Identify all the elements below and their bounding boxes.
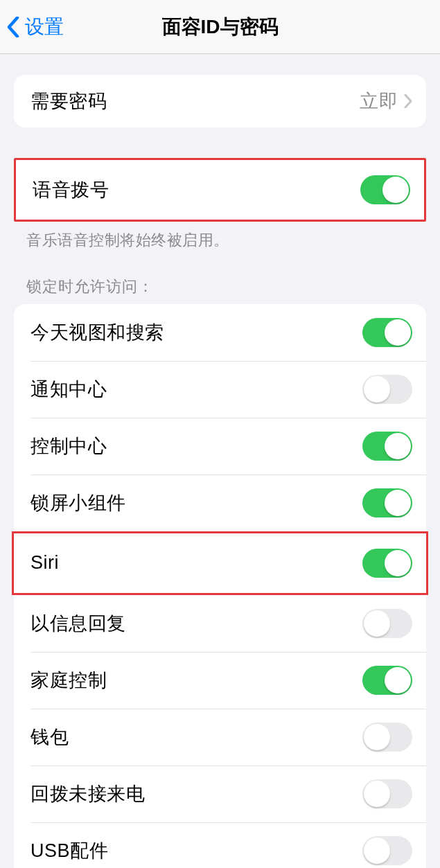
voice-dial-toggle[interactable]	[360, 175, 410, 204]
navbar: 设置 面容ID与密码	[0, 0, 440, 54]
voice-dial-row: 语音拨号	[16, 160, 424, 220]
lock-item-label: 回拨未接来电	[30, 781, 145, 806]
lock-item-label: USB配件	[30, 838, 108, 863]
lock-item-toggle[interactable]	[362, 432, 412, 461]
page-title: 面容ID与密码	[162, 14, 279, 40]
require-passcode-row[interactable]: 需要密码 立即	[14, 75, 426, 127]
lock-item-toggle[interactable]	[362, 609, 412, 638]
lock-item-label: 通知中心	[30, 377, 107, 402]
lock-section-header: 锁定时允许访问：	[0, 276, 440, 304]
voice-dial-highlight: 语音拨号	[14, 158, 426, 222]
lock-item-row: 今天视图和搜索	[14, 304, 426, 361]
lock-item-label: 控制中心	[30, 434, 107, 459]
lock-item-row: 通知中心	[14, 361, 426, 418]
lock-item-row: 回拨未接来电	[14, 765, 426, 822]
lock-item-toggle[interactable]	[362, 666, 412, 695]
lock-item-label: 以信息回复	[30, 611, 126, 636]
chevron-right-icon	[404, 94, 412, 108]
lock-item-label: Siri	[30, 552, 59, 574]
lock-item-toggle[interactable]	[362, 549, 412, 578]
lock-item-label: 家庭控制	[30, 668, 107, 693]
lock-item-toggle[interactable]	[362, 375, 412, 404]
lock-item-label: 钱包	[30, 725, 69, 750]
lock-item-row: 钱包	[14, 709, 426, 765]
lock-item-toggle[interactable]	[362, 836, 412, 865]
lock-item-label: 今天视图和搜索	[30, 320, 164, 345]
require-passcode-label: 需要密码	[30, 89, 107, 114]
back-button[interactable]: 设置	[0, 14, 64, 40]
voice-dial-label: 语音拨号	[33, 177, 109, 202]
lock-item-row: 锁屏小组件	[14, 475, 426, 531]
lock-item-toggle[interactable]	[362, 318, 412, 347]
lock-item-row: 以信息回复	[14, 595, 426, 652]
lock-item-row: Siri	[14, 533, 426, 593]
back-label: 设置	[25, 14, 64, 40]
lock-item-row: USB配件	[14, 822, 426, 868]
chevron-left-icon	[7, 17, 19, 37]
require-passcode-value: 立即	[360, 89, 398, 114]
siri-highlight: Siri	[12, 531, 428, 595]
lock-item-row: 家庭控制	[14, 652, 426, 709]
lock-item-toggle[interactable]	[362, 723, 412, 752]
lock-item-row: 控制中心	[14, 418, 426, 475]
lock-item-toggle[interactable]	[362, 779, 412, 808]
lock-item-toggle[interactable]	[362, 488, 412, 517]
voice-dial-footer: 音乐语音控制将始终被启用。	[0, 222, 440, 251]
lock-item-label: 锁屏小组件	[30, 490, 126, 515]
